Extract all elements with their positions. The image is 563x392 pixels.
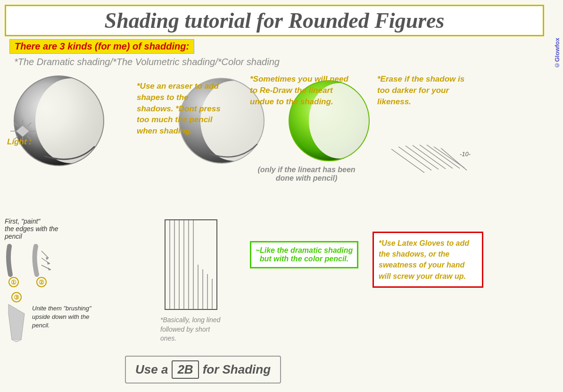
col3-tip: *Sometimes you will need to Re-Draw the …	[250, 74, 354, 107]
svg-line-13	[41, 251, 49, 258]
col2: *Use an eraser to add shapes to the shad…	[132, 71, 240, 368]
light-rays	[9, 116, 35, 149]
subtitle-bar: There are 3 kinds (for me) of shadding:	[9, 39, 194, 54]
col4: *Erase if the shadow is too darker for y…	[373, 71, 490, 368]
for-shading-text: for Shading	[203, 362, 271, 377]
light-rays-svg	[9, 116, 35, 147]
step3-item: ③ Unite them "brushing" upside down with…	[5, 292, 127, 342]
step2-item: ②	[27, 244, 56, 287]
steps-title: First, "paint" the edges with the pencil	[5, 217, 127, 240]
subtitle-text: There are 3 kinds (for me) of shadding:	[15, 41, 189, 51]
steps-area: First, "paint" the edges with the pencil…	[5, 217, 127, 342]
col3-green-box: ~Like the dramatic shading but with the …	[250, 241, 358, 268]
main-area: Light : First, "paint" the edges wit	[5, 71, 558, 368]
svg-marker-18	[48, 267, 51, 270]
svg-line-41	[413, 145, 446, 169]
copyright-text: ©Glowfox	[554, 38, 561, 69]
page-title: Shading tutorial for Rounded Figures	[11, 8, 538, 33]
eraser-sketch-svg: -10-	[387, 144, 472, 206]
eraser-sketch: -10-	[387, 144, 472, 208]
step3-num: ③	[11, 292, 22, 302]
pencil-stroke-3	[5, 304, 28, 342]
pencil-type: 2B	[172, 360, 199, 379]
pencil-stroke-1	[5, 244, 23, 277]
svg-line-10	[27, 123, 31, 126]
use-a-text: Use a	[135, 362, 168, 377]
step3-pencil: ③	[5, 292, 28, 342]
svg-line-12	[27, 136, 31, 140]
col2-tip: *Use an eraser to add shapes to the shad…	[137, 81, 226, 137]
kinds-text: *The Dramatic shading/*The Volumetric sh…	[14, 57, 563, 67]
step-pencils: ① ②	[5, 244, 127, 287]
step1-item: ①	[5, 244, 23, 287]
svg-line-9	[14, 123, 18, 126]
col3: *Sometimes you will need to Re-Draw the …	[240, 71, 373, 368]
svg-marker-4	[16, 125, 29, 137]
col3-sub: (only if the lineart has been done with …	[250, 166, 363, 183]
subtitle-bar-wrap: There are 3 kinds (for me) of shadding:	[5, 39, 563, 56]
svg-line-39	[398, 147, 431, 170]
hatch-wrap: *Basically, long lined followed by short…	[160, 217, 226, 343]
title-box: Shading tutorial for Rounded Figures	[5, 5, 544, 36]
hatch-svg	[160, 217, 222, 312]
hatch-tip: *Basically, long lined followed by short…	[160, 316, 226, 343]
step2-num: ②	[36, 277, 47, 287]
svg-line-11	[14, 136, 18, 140]
bottom-label: Use a 2B for Shading	[125, 356, 281, 384]
svg-rect-33	[165, 220, 217, 309]
svg-text:-10-: -10-	[460, 150, 471, 158]
pencil-stroke-2	[27, 244, 56, 277]
col1: Light : First, "paint" the edges wit	[5, 71, 132, 368]
bottom-bar: Use a 2B for Shading	[125, 356, 281, 384]
step1-num: ①	[8, 277, 19, 287]
col4-red-box: *Use Latex Gloves to add the shadows, or…	[373, 232, 483, 288]
col4-tip: *Erase if the shadow is too darker for y…	[377, 74, 476, 107]
unite-text: Unite them "brushing" upside down with t…	[32, 304, 108, 330]
svg-point-2	[35, 78, 106, 163]
svg-line-38	[391, 149, 424, 173]
